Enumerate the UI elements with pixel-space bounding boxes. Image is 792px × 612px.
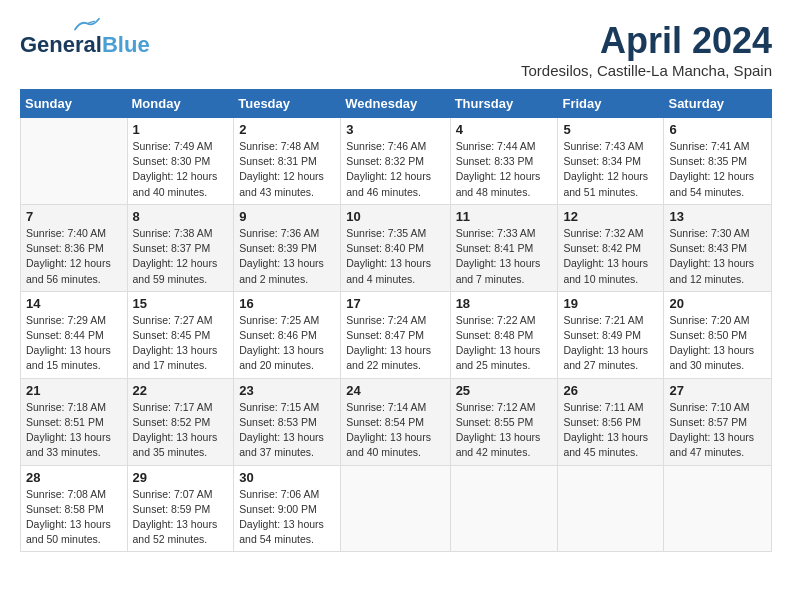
calendar-table: SundayMondayTuesdayWednesdayThursdayFrid…: [20, 89, 772, 552]
header-thursday: Thursday: [450, 90, 558, 118]
day-number: 10: [346, 209, 444, 224]
calendar-cell: 16Sunrise: 7:25 AM Sunset: 8:46 PM Dayli…: [234, 291, 341, 378]
calendar-cell: 4Sunrise: 7:44 AM Sunset: 8:33 PM Daylig…: [450, 118, 558, 205]
calendar-cell: [341, 465, 450, 552]
calendar-week-row: 28Sunrise: 7:08 AM Sunset: 8:58 PM Dayli…: [21, 465, 772, 552]
calendar-cell: 12Sunrise: 7:32 AM Sunset: 8:42 PM Dayli…: [558, 204, 664, 291]
calendar-cell: [664, 465, 772, 552]
calendar-cell: [450, 465, 558, 552]
calendar-cell: 25Sunrise: 7:12 AM Sunset: 8:55 PM Dayli…: [450, 378, 558, 465]
day-info: Sunrise: 7:38 AM Sunset: 8:37 PM Dayligh…: [133, 226, 229, 287]
calendar-cell: 27Sunrise: 7:10 AM Sunset: 8:57 PM Dayli…: [664, 378, 772, 465]
calendar-week-row: 7Sunrise: 7:40 AM Sunset: 8:36 PM Daylig…: [21, 204, 772, 291]
day-info: Sunrise: 7:33 AM Sunset: 8:41 PM Dayligh…: [456, 226, 553, 287]
calendar-week-row: 14Sunrise: 7:29 AM Sunset: 8:44 PM Dayli…: [21, 291, 772, 378]
day-number: 2: [239, 122, 335, 137]
day-number: 12: [563, 209, 658, 224]
day-number: 19: [563, 296, 658, 311]
day-number: 14: [26, 296, 122, 311]
month-title: April 2024: [521, 20, 772, 62]
page-header: General Blue April 2024 Tordesilos, Cast…: [20, 20, 772, 79]
logo-general: General: [20, 34, 102, 56]
day-number: 8: [133, 209, 229, 224]
day-number: 29: [133, 470, 229, 485]
day-number: 15: [133, 296, 229, 311]
calendar-cell: 18Sunrise: 7:22 AM Sunset: 8:48 PM Dayli…: [450, 291, 558, 378]
calendar-cell: 30Sunrise: 7:06 AM Sunset: 9:00 PM Dayli…: [234, 465, 341, 552]
calendar-cell: 23Sunrise: 7:15 AM Sunset: 8:53 PM Dayli…: [234, 378, 341, 465]
day-info: Sunrise: 7:44 AM Sunset: 8:33 PM Dayligh…: [456, 139, 553, 200]
day-info: Sunrise: 7:15 AM Sunset: 8:53 PM Dayligh…: [239, 400, 335, 461]
day-info: Sunrise: 7:11 AM Sunset: 8:56 PM Dayligh…: [563, 400, 658, 461]
calendar-cell: 20Sunrise: 7:20 AM Sunset: 8:50 PM Dayli…: [664, 291, 772, 378]
calendar-cell: 21Sunrise: 7:18 AM Sunset: 8:51 PM Dayli…: [21, 378, 128, 465]
header-wednesday: Wednesday: [341, 90, 450, 118]
day-info: Sunrise: 7:36 AM Sunset: 8:39 PM Dayligh…: [239, 226, 335, 287]
day-number: 21: [26, 383, 122, 398]
day-info: Sunrise: 7:27 AM Sunset: 8:45 PM Dayligh…: [133, 313, 229, 374]
location: Tordesilos, Castille-La Mancha, Spain: [521, 62, 772, 79]
day-info: Sunrise: 7:25 AM Sunset: 8:46 PM Dayligh…: [239, 313, 335, 374]
calendar-cell: 26Sunrise: 7:11 AM Sunset: 8:56 PM Dayli…: [558, 378, 664, 465]
day-number: 18: [456, 296, 553, 311]
day-info: Sunrise: 7:07 AM Sunset: 8:59 PM Dayligh…: [133, 487, 229, 548]
day-info: Sunrise: 7:24 AM Sunset: 8:47 PM Dayligh…: [346, 313, 444, 374]
day-number: 28: [26, 470, 122, 485]
calendar-cell: 15Sunrise: 7:27 AM Sunset: 8:45 PM Dayli…: [127, 291, 234, 378]
day-number: 5: [563, 122, 658, 137]
day-info: Sunrise: 7:29 AM Sunset: 8:44 PM Dayligh…: [26, 313, 122, 374]
day-number: 22: [133, 383, 229, 398]
day-info: Sunrise: 7:17 AM Sunset: 8:52 PM Dayligh…: [133, 400, 229, 461]
day-number: 25: [456, 383, 553, 398]
header-monday: Monday: [127, 90, 234, 118]
day-number: 24: [346, 383, 444, 398]
day-info: Sunrise: 7:22 AM Sunset: 8:48 PM Dayligh…: [456, 313, 553, 374]
day-info: Sunrise: 7:35 AM Sunset: 8:40 PM Dayligh…: [346, 226, 444, 287]
day-number: 4: [456, 122, 553, 137]
calendar-week-row: 1Sunrise: 7:49 AM Sunset: 8:30 PM Daylig…: [21, 118, 772, 205]
calendar-cell: 22Sunrise: 7:17 AM Sunset: 8:52 PM Dayli…: [127, 378, 234, 465]
header-saturday: Saturday: [664, 90, 772, 118]
calendar-cell: [558, 465, 664, 552]
logo: General Blue: [20, 20, 150, 56]
calendar-cell: 8Sunrise: 7:38 AM Sunset: 8:37 PM Daylig…: [127, 204, 234, 291]
calendar-week-row: 21Sunrise: 7:18 AM Sunset: 8:51 PM Dayli…: [21, 378, 772, 465]
day-info: Sunrise: 7:41 AM Sunset: 8:35 PM Dayligh…: [669, 139, 766, 200]
calendar-cell: 29Sunrise: 7:07 AM Sunset: 8:59 PM Dayli…: [127, 465, 234, 552]
header-sunday: Sunday: [21, 90, 128, 118]
day-number: 7: [26, 209, 122, 224]
day-info: Sunrise: 7:14 AM Sunset: 8:54 PM Dayligh…: [346, 400, 444, 461]
day-number: 1: [133, 122, 229, 137]
day-info: Sunrise: 7:21 AM Sunset: 8:49 PM Dayligh…: [563, 313, 658, 374]
calendar-cell: [21, 118, 128, 205]
day-number: 11: [456, 209, 553, 224]
calendar-cell: 1Sunrise: 7:49 AM Sunset: 8:30 PM Daylig…: [127, 118, 234, 205]
day-info: Sunrise: 7:46 AM Sunset: 8:32 PM Dayligh…: [346, 139, 444, 200]
day-number: 30: [239, 470, 335, 485]
day-number: 27: [669, 383, 766, 398]
day-info: Sunrise: 7:43 AM Sunset: 8:34 PM Dayligh…: [563, 139, 658, 200]
day-number: 20: [669, 296, 766, 311]
day-number: 16: [239, 296, 335, 311]
calendar-cell: 6Sunrise: 7:41 AM Sunset: 8:35 PM Daylig…: [664, 118, 772, 205]
calendar-cell: 9Sunrise: 7:36 AM Sunset: 8:39 PM Daylig…: [234, 204, 341, 291]
calendar-cell: 13Sunrise: 7:30 AM Sunset: 8:43 PM Dayli…: [664, 204, 772, 291]
day-number: 23: [239, 383, 335, 398]
day-info: Sunrise: 7:30 AM Sunset: 8:43 PM Dayligh…: [669, 226, 766, 287]
day-info: Sunrise: 7:10 AM Sunset: 8:57 PM Dayligh…: [669, 400, 766, 461]
calendar-cell: 11Sunrise: 7:33 AM Sunset: 8:41 PM Dayli…: [450, 204, 558, 291]
calendar-cell: 14Sunrise: 7:29 AM Sunset: 8:44 PM Dayli…: [21, 291, 128, 378]
calendar-cell: 17Sunrise: 7:24 AM Sunset: 8:47 PM Dayli…: [341, 291, 450, 378]
day-info: Sunrise: 7:12 AM Sunset: 8:55 PM Dayligh…: [456, 400, 553, 461]
day-info: Sunrise: 7:48 AM Sunset: 8:31 PM Dayligh…: [239, 139, 335, 200]
calendar-cell: 10Sunrise: 7:35 AM Sunset: 8:40 PM Dayli…: [341, 204, 450, 291]
calendar-cell: 3Sunrise: 7:46 AM Sunset: 8:32 PM Daylig…: [341, 118, 450, 205]
day-number: 17: [346, 296, 444, 311]
calendar-cell: 19Sunrise: 7:21 AM Sunset: 8:49 PM Dayli…: [558, 291, 664, 378]
day-info: Sunrise: 7:32 AM Sunset: 8:42 PM Dayligh…: [563, 226, 658, 287]
title-block: April 2024 Tordesilos, Castille-La Manch…: [521, 20, 772, 79]
day-info: Sunrise: 7:06 AM Sunset: 9:00 PM Dayligh…: [239, 487, 335, 548]
day-info: Sunrise: 7:08 AM Sunset: 8:58 PM Dayligh…: [26, 487, 122, 548]
day-info: Sunrise: 7:20 AM Sunset: 8:50 PM Dayligh…: [669, 313, 766, 374]
day-info: Sunrise: 7:49 AM Sunset: 8:30 PM Dayligh…: [133, 139, 229, 200]
